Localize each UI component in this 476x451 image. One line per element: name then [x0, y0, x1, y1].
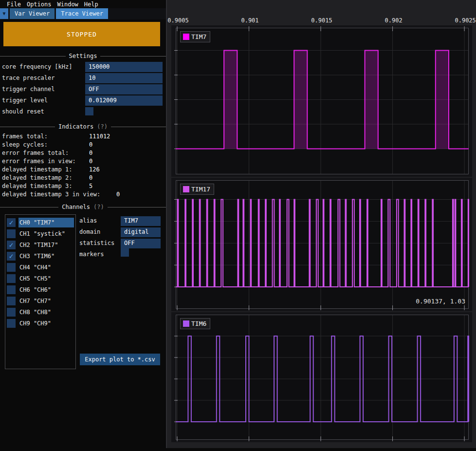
statistics-select[interactable]: OFF — [121, 239, 161, 248]
channel-label: CH3 "TIM6" — [18, 251, 74, 261]
channel-row[interactable]: CH2 "TIM17" — [5, 239, 75, 250]
indicator-label: error frames total: — [2, 150, 69, 156]
channel-checkbox[interactable] — [7, 297, 16, 305]
channels-header-label: Channels — [62, 204, 90, 210]
legend-tim6[interactable]: TIM6 — [180, 318, 210, 329]
indicator-row: error frames in view:0 — [0, 157, 166, 166]
plot-tim6[interactable]: TIM6 — [171, 312, 472, 442]
collapse-tabs-button[interactable]: ▼ — [0, 8, 8, 19]
markers-checkbox[interactable] — [121, 248, 129, 257]
channel-checkbox[interactable] — [7, 319, 16, 328]
channel-listbox[interactable]: CH0 "TIM7"CH1 "systick"CH2 "TIM17"CH3 "T… — [5, 214, 76, 369]
channel-label: CH6 "CH6" — [18, 285, 74, 295]
menu-item-options[interactable]: Options — [24, 1, 55, 8]
channel-label: CH9 "CH9" — [18, 319, 74, 328]
channels-header: Channels (?) — [0, 204, 166, 210]
x-tick-label: 0.9005 — [167, 17, 188, 24]
channel-row[interactable]: CH6 "CH6" — [5, 284, 75, 295]
indicator-rows: frames total:111012sleep cycles:0error f… — [0, 132, 166, 199]
channel-label: CH1 "systick" — [18, 229, 74, 239]
domain-label: domain — [79, 228, 100, 235]
menu-item-help[interactable]: Help — [81, 1, 101, 8]
export-csv-button[interactable]: Export plot to *.csv — [80, 354, 160, 365]
channel-row[interactable]: CH3 "TIM6" — [5, 250, 75, 262]
tab-var-viewer[interactable]: Var Viewer — [10, 8, 55, 19]
channel-label: CH2 "TIM17" — [18, 240, 74, 250]
channel-row[interactable]: CH0 "TIM7" — [5, 217, 75, 228]
help-icon[interactable]: (?) — [93, 204, 104, 210]
tabbar-tabs: Var ViewerTrace Viewer — [8, 8, 108, 19]
plot-tim17[interactable]: TIM17 0.90137, 1.03 — [171, 178, 472, 311]
channel-checkbox[interactable] — [7, 218, 16, 227]
channel-row[interactable]: CH8 "CH8" — [5, 306, 75, 318]
setting-label: should reset — [2, 108, 44, 115]
legend-swatch-icon — [183, 186, 189, 192]
x-tick-label: 0.901 — [241, 17, 258, 24]
legend-tim17[interactable]: TIM17 — [180, 184, 214, 195]
tabbar: ▼ Var ViewerTrace Viewer — [0, 8, 166, 19]
channel-row[interactable]: CH4 "CH4" — [5, 262, 75, 273]
divider — [0, 127, 55, 127]
setting-input[interactable]: 10 — [85, 73, 163, 83]
indicator-value: 0 — [116, 191, 120, 198]
channel-label: CH5 "CH5" — [18, 274, 74, 283]
legend-label: TIM7 — [191, 33, 206, 40]
plot-tim7[interactable]: TIM7 — [171, 25, 472, 177]
setting-input[interactable]: 0.012009 — [85, 95, 163, 106]
channel-checkbox[interactable] — [7, 229, 16, 238]
legend-swatch-icon — [183, 320, 189, 327]
setting-input[interactable]: 150000 — [85, 62, 163, 72]
channel-label: CH7 "CH7" — [18, 296, 74, 306]
setting-row: trigger channelOFF — [0, 84, 166, 95]
channel-checkbox[interactable] — [7, 274, 16, 283]
indicator-value: 0 — [89, 158, 92, 165]
setting-row: should reset — [0, 106, 166, 117]
indicators-header-label: Indicators — [58, 123, 93, 130]
indicator-row: delayed timestamp 2:0 — [0, 174, 166, 182]
should-reset-checkbox[interactable] — [85, 107, 93, 115]
channel-checkbox[interactable] — [7, 252, 16, 261]
channel-row[interactable]: CH1 "systick" — [5, 228, 75, 239]
x-tick-label: 0.9025 — [455, 17, 476, 24]
legend-tim7[interactable]: TIM7 — [180, 31, 210, 42]
statistics-label: statistics — [79, 240, 114, 246]
channel-checkbox[interactable] — [7, 241, 16, 249]
channel-label: CH4 "CH4" — [18, 263, 74, 272]
x-tick-label: 0.902 — [385, 17, 403, 24]
setting-label: trigger channel — [2, 86, 55, 93]
channel-checkbox[interactable] — [7, 263, 16, 272]
channel-checkbox[interactable] — [7, 285, 16, 294]
alias-label: alias — [79, 217, 97, 224]
indicator-label: delayed timestamp 3 in view: — [2, 191, 100, 198]
divider — [108, 207, 166, 207]
menubar: FileOptionsWindowHelp — [0, 0, 166, 8]
setting-label: trigger level — [2, 97, 48, 104]
legend-label: TIM17 — [191, 186, 210, 193]
channel-row[interactable]: CH9 "CH9" — [5, 318, 75, 329]
menu-item-file[interactable]: File — [4, 1, 24, 8]
x-axis-tick-labels: 0.90050.9010.90150.9020.9025 — [167, 17, 476, 24]
help-icon[interactable]: (?) — [97, 123, 108, 130]
channel-row[interactable]: CH7 "CH7" — [5, 295, 75, 306]
indicator-value: 126 — [89, 166, 100, 173]
indicator-row: error frames total:0 — [0, 149, 166, 157]
cursor-position-readout: 0.90137, 1.03 — [416, 298, 465, 305]
indicator-label: delayed timestamp 1: — [2, 166, 73, 173]
setting-label: core frequency [kHz] — [2, 63, 73, 70]
channel-checkbox[interactable] — [7, 308, 16, 317]
x-tick-label: 0.9015 — [311, 17, 332, 24]
legend-swatch-icon — [183, 34, 189, 40]
setting-row: trace prescaler10 — [0, 73, 166, 84]
setting-row: trigger level0.012009 — [0, 95, 166, 106]
domain-select[interactable]: digital — [121, 227, 161, 237]
indicator-label: error frames in view: — [2, 158, 76, 165]
tab-trace-viewer[interactable]: Trace Viewer — [56, 8, 108, 19]
setting-select[interactable]: OFF — [85, 84, 163, 94]
indicator-value: 0 — [89, 141, 92, 148]
stopped-button[interactable]: STOPPED — [3, 22, 160, 46]
indicator-value: 111012 — [89, 133, 110, 140]
menu-item-window[interactable]: Window — [54, 1, 81, 8]
alias-input[interactable]: TIM7 — [121, 216, 161, 226]
channel-row[interactable]: CH5 "CH5" — [5, 273, 75, 284]
indicators-header: Indicators (?) — [0, 123, 166, 130]
